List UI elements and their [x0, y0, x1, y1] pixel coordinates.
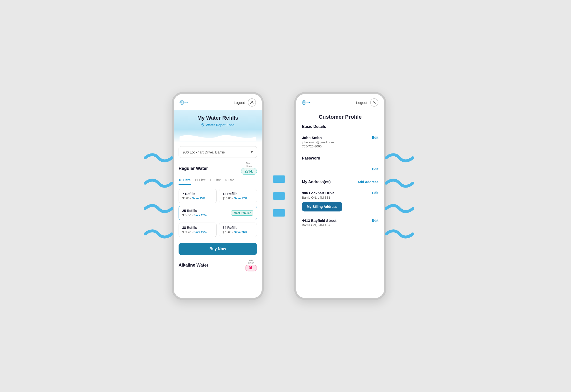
svg-point-10	[374, 101, 375, 102]
hero-title: My Water Refills	[180, 115, 256, 121]
tab-18-litre[interactable]: 18 Litre	[179, 178, 191, 185]
refill-7-price: $5.00 · Save 15%	[182, 197, 213, 200]
left-user-icon[interactable]	[248, 98, 256, 107]
svg-text:Water: Water	[303, 101, 305, 102]
alkaline-section: Alkaline Water TotalLitres 0L	[179, 259, 257, 271]
user-email: john.smith@gmail.com	[302, 140, 334, 144]
buy-now-button[interactable]: Buy Now	[179, 243, 257, 255]
right-logout-button[interactable]: Logout	[356, 100, 367, 105]
left-waves	[143, 153, 174, 239]
right-user-icon[interactable]	[370, 98, 378, 107]
user-info: John Smith john.smith@gmail.com 705-726-…	[302, 136, 334, 149]
svg-text:Depot: Depot	[302, 102, 305, 103]
connector-band-2	[273, 192, 285, 200]
total-litres-container: TotalLitres 276L	[241, 162, 257, 175]
user-phone: 705-726-8060	[302, 144, 334, 148]
password-row: ············ Edit	[302, 164, 378, 176]
address-1-city: Barrie ON, L4M 3B1	[302, 196, 334, 199]
total-litres-label: TotalLitres	[246, 162, 252, 168]
location-icon	[201, 123, 204, 127]
user-info-row: John Smith john.smith@gmail.com 705-726-…	[302, 132, 378, 152]
refill-38-price: $53.20 · Save 22%	[182, 231, 213, 234]
alkaline-badge: 0L	[245, 265, 257, 271]
phone-connector	[273, 175, 285, 217]
refill-card-54[interactable]: 54 Refills $75.60 · Save 26%	[219, 223, 257, 237]
refill-grid: 7 Refills $5.00 · Save 15% 12 Refills $1…	[179, 189, 257, 237]
address-dropdown[interactable]: 986 Lockhart Drive, Barrie ▾	[179, 146, 257, 158]
user-edit-button[interactable]: Edit	[372, 136, 378, 140]
refill-12-price: $16.80 · Save 17%	[223, 197, 253, 200]
billing-address-button[interactable]: My Billing Address	[302, 202, 342, 211]
address-1-edit-button[interactable]: Edit	[372, 191, 378, 195]
dropdown-chevron-icon: ▾	[251, 150, 253, 154]
address-1-street: 986 Lockhart Drive	[302, 191, 334, 195]
left-phone: Water Depot Logout	[172, 92, 264, 300]
basic-details-label: Basic Details	[302, 125, 378, 129]
password-edit-button[interactable]: Edit	[372, 167, 378, 171]
alkaline-litres-label: TotalLitres	[248, 259, 254, 265]
right-phone: Water Depot Logout	[294, 92, 386, 300]
addresses-section-label: My Address(es)	[302, 180, 331, 184]
address-2-row: 4413 Bayfield Street Barrie ON, L4M 4S7 …	[302, 219, 378, 229]
left-logout-button[interactable]: Logout	[234, 100, 245, 105]
wave-right-1	[384, 153, 415, 163]
alkaline-title: Alkaline Water	[179, 263, 208, 268]
left-phone-body: 986 Lockhart Drive, Barrie ▾ Regular Wat…	[174, 142, 262, 298]
left-logo: Water Depot	[180, 99, 188, 106]
address-2-street: 4413 Bayfield Street	[302, 219, 337, 223]
svg-point-4	[251, 101, 253, 102]
address-1-row: 986 Lockhart Drive Barrie ON, L4M 3B1 Ed…	[302, 191, 378, 202]
address-2-edit-button[interactable]: Edit	[372, 219, 378, 222]
water-depot-logo-left: Water Depot	[180, 99, 188, 106]
refill-38-name: 38 Refills	[182, 226, 213, 230]
tab-11-litre[interactable]: 11 Litre	[195, 178, 206, 185]
water-section-title: Regular Water	[179, 166, 208, 171]
wave-left-4	[143, 229, 174, 239]
refill-card-25[interactable]: 25 Refills $35.00 · Save 20% Most Popula…	[179, 206, 257, 220]
address-2-city: Barrie ON, L4M 4S7	[302, 223, 337, 227]
tab-4-litre[interactable]: 4 Litre	[225, 178, 234, 185]
water-depot-logo-right: Water Depot	[302, 99, 311, 106]
hero-section: My Water Refills Water Depot Essa	[174, 110, 262, 142]
wave-left-3	[143, 203, 174, 214]
right-waves	[384, 153, 415, 239]
refill-card-12[interactable]: 12 Refills $16.80 · Save 17%	[219, 189, 257, 203]
wave-left-2	[143, 178, 174, 189]
connector-band-3	[273, 209, 285, 217]
user-name: John Smith	[302, 136, 334, 140]
refill-25-name: 25 Refills	[182, 209, 207, 213]
svg-point-3	[187, 102, 188, 103]
add-address-button[interactable]: Add Address	[357, 180, 378, 184]
refill-7-name: 7 Refills	[182, 192, 213, 196]
wave-right-2	[384, 178, 415, 189]
left-header-right: Logout	[234, 98, 256, 107]
refill-12-name: 12 Refills	[223, 192, 253, 196]
address-1-info: 986 Lockhart Drive Barrie ON, L4M 3B1	[302, 191, 334, 202]
location-text: Water Depot Essa	[206, 123, 234, 127]
address-2-info: 4413 Bayfield Street Barrie ON, L4M 4S7	[302, 219, 337, 229]
refill-card-7[interactable]: 7 Refills $5.00 · Save 15%	[179, 189, 217, 203]
alkaline-litres-container: TotalLitres 0L	[245, 259, 257, 271]
addresses-header-row: My Address(es) Add Address	[302, 180, 378, 184]
refill-25-info: 25 Refills $35.00 · Save 20%	[182, 209, 207, 217]
address-card-1: 986 Lockhart Drive Barrie ON, L4M 3B1 Ed…	[302, 188, 378, 215]
connector-band-1	[273, 175, 285, 183]
password-section-label: Password	[302, 156, 378, 160]
right-logo: Water Depot	[302, 99, 311, 106]
hero-wave	[180, 132, 256, 141]
profile-title: Customer Profile	[302, 114, 378, 120]
svg-text:Water: Water	[180, 101, 182, 102]
address-dropdown-value: 986 Lockhart Drive, Barrie	[183, 150, 225, 154]
water-section-header: Regular Water TotalLitres 276L	[179, 162, 257, 175]
tab-10-litre[interactable]: 10 Litre	[210, 178, 221, 185]
location-badge: Water Depot Essa	[180, 123, 256, 127]
litres-badge: 276L	[241, 168, 257, 175]
refill-25-price: $35.00 · Save 20%	[182, 214, 207, 217]
refill-card-38[interactable]: 38 Refills $53.20 · Save 22%	[179, 223, 217, 237]
profile-body: Customer Profile Basic Details John Smit…	[296, 110, 384, 298]
wave-right-3	[384, 203, 415, 214]
refill-54-name: 54 Refills	[223, 226, 253, 230]
svg-point-9	[309, 102, 310, 103]
right-header-right: Logout	[356, 98, 378, 107]
svg-point-5	[202, 124, 203, 125]
